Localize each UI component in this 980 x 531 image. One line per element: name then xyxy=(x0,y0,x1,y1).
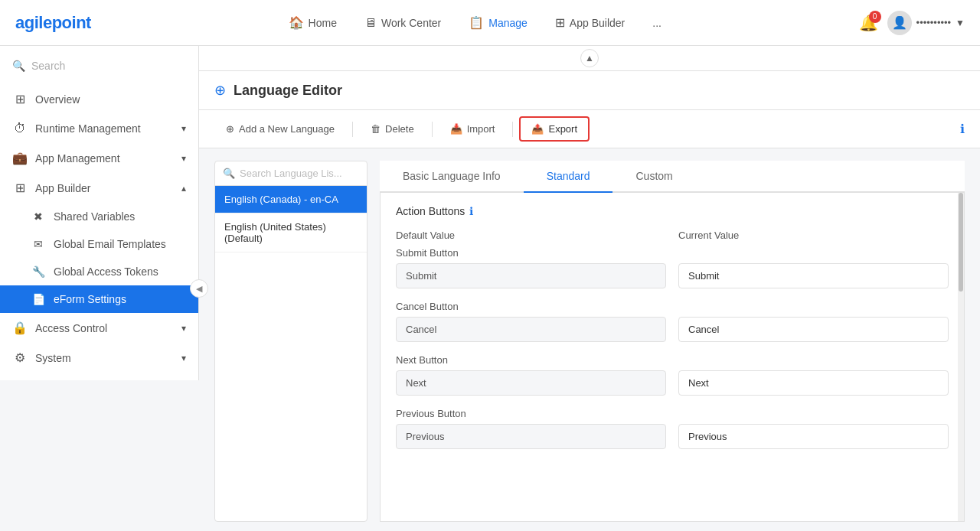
right-panel: Basic Language Info Standard Custom Acti… xyxy=(380,161,965,522)
page-title: Language Editor xyxy=(234,83,342,99)
language-list-panel: 🔍 English (Canada) - en-CA English (Unit… xyxy=(214,161,368,522)
submit-current-input[interactable] xyxy=(678,263,949,288)
sidebar-item-accesscontrol[interactable]: 🔒 Access Control ▾ xyxy=(0,313,198,343)
add-language-button[interactable]: ⊕ Add a New Language xyxy=(214,117,346,141)
column-headers: Default Value Current Value xyxy=(396,230,949,241)
tab-custom[interactable]: Custom xyxy=(612,161,695,193)
workcenter-icon: 🖥 xyxy=(364,16,377,30)
sidebar-search: 🔍 xyxy=(0,54,198,78)
language-search-input[interactable] xyxy=(240,168,359,179)
topnav-center: 🏠 Home 🖥 Work Center 📋 Manage ⊞ App Buil… xyxy=(278,9,672,36)
submit-default-input xyxy=(396,263,666,288)
nav-workcenter[interactable]: 🖥 Work Center xyxy=(354,10,452,36)
export-button[interactable]: 📤 Export xyxy=(519,116,590,142)
chevron-right-icon-3: ▾ xyxy=(181,323,186,334)
sidebar-item-emailtemplates[interactable]: ✉ Global Email Templates xyxy=(0,230,198,258)
add-icon: ⊕ xyxy=(226,123,234,135)
page-header-icon: ⊕ xyxy=(214,82,226,99)
field-submit: Submit Button xyxy=(396,247,949,288)
home-icon: 🏠 xyxy=(289,15,304,30)
import-label: Import xyxy=(467,123,495,135)
nav-more-label: ... xyxy=(652,17,662,29)
col-header-default: Default Value xyxy=(396,230,666,241)
language-item-en-ca[interactable]: English (Canada) - en-CA xyxy=(215,186,367,213)
eformsettings-icon: 📄 xyxy=(31,293,46,305)
tab-basic[interactable]: Basic Language Info xyxy=(380,161,524,193)
content-panel: Action Buttons ℹ Default Value Current V… xyxy=(380,193,965,522)
field-previous-label: Previous Button xyxy=(396,408,949,419)
field-previous: Previous Button xyxy=(396,408,949,449)
notification-button[interactable]: 🔔 0 xyxy=(859,14,878,32)
section-info-icon[interactable]: ℹ xyxy=(469,205,473,217)
user-menu[interactable]: 👤 •••••••••• ▼ xyxy=(887,11,965,35)
sidebar-collapse-button[interactable]: ◀ xyxy=(190,279,208,298)
previous-default-input xyxy=(396,424,666,449)
sidebar-item-runtime-label: Runtime Management xyxy=(35,122,174,135)
nav-home[interactable]: 🏠 Home xyxy=(278,9,348,36)
sidebar-item-appmanagement-label: App Management xyxy=(35,152,174,165)
nav-manage-label: Manage xyxy=(488,17,528,29)
sidebar-item-overview[interactable]: ⊞ Overview xyxy=(0,84,198,114)
cancel-current-input[interactable] xyxy=(678,317,949,342)
nav-appbuilder[interactable]: ⊞ App Builder xyxy=(544,9,635,36)
app-body: 🔍 ⊞ Overview ⏱ Runtime Management ▾ 💼 Ap… xyxy=(0,46,980,531)
emailtemplates-icon: ✉ xyxy=(31,238,46,250)
search-input[interactable] xyxy=(31,60,186,72)
chevron-up-icon: ▴ xyxy=(181,183,186,194)
tab-standard[interactable]: Standard xyxy=(524,161,613,193)
logo[interactable]: agilepoint xyxy=(15,13,91,33)
col-header-current: Current Value xyxy=(678,230,949,241)
delete-button[interactable]: 🗑 Delete xyxy=(359,117,426,141)
notification-badge: 0 xyxy=(869,11,881,23)
chevron-right-icon-4: ▾ xyxy=(181,353,186,363)
previous-current-input[interactable] xyxy=(678,424,949,449)
appbuilder-icon: ⊞ xyxy=(12,181,28,195)
import-button[interactable]: 📥 Import xyxy=(439,117,507,141)
info-icon[interactable]: ℹ xyxy=(960,122,965,136)
field-next-row xyxy=(396,370,949,396)
user-name: •••••••••• xyxy=(916,17,952,28)
field-next: Next Button xyxy=(396,354,949,396)
manage-icon: 📋 xyxy=(469,15,484,30)
sidebar-item-eformsettings[interactable]: 📄 eForm Settings xyxy=(0,285,198,313)
field-cancel-row xyxy=(396,317,949,342)
field-next-label: Next Button xyxy=(396,354,949,366)
sidebar-item-appmanagement[interactable]: 💼 App Management ▾ xyxy=(0,143,198,173)
sidebar-item-sharedvars[interactable]: ✖ Shared Variables xyxy=(0,203,198,230)
sidebar-item-system-label: System xyxy=(35,352,174,364)
nav-workcenter-label: Work Center xyxy=(381,17,441,29)
next-default-input xyxy=(396,370,666,396)
field-cancel: Cancel Button xyxy=(396,301,949,342)
next-current-input[interactable] xyxy=(678,370,949,396)
nav-more[interactable]: ... xyxy=(642,11,672,35)
chevron-right-icon-2: ▾ xyxy=(181,153,186,164)
sidebar-item-emailtemplates-label: Global Email Templates xyxy=(54,238,186,250)
sidebar: 🔍 ⊞ Overview ⏱ Runtime Management ▾ 💼 Ap… xyxy=(0,46,199,380)
sidebar-item-appbuilder-label: App Builder xyxy=(35,182,174,194)
runtime-icon: ⏱ xyxy=(12,122,28,135)
nav-manage[interactable]: 📋 Manage xyxy=(458,9,538,36)
language-list: English (Canada) - en-CA English (United… xyxy=(215,186,367,521)
sidebar-item-globaltokens-label: Global Access Tokens xyxy=(54,266,186,278)
accesscontrol-icon: 🔒 xyxy=(12,321,28,335)
export-label: Export xyxy=(548,123,577,135)
field-previous-row xyxy=(396,424,949,449)
scrollbar-thumb[interactable] xyxy=(959,193,963,292)
toolbar-divider-1 xyxy=(352,122,353,137)
sidebar-item-runtime[interactable]: ⏱ Runtime Management ▾ xyxy=(0,114,198,143)
collapse-toggle-button[interactable]: ▲ xyxy=(580,49,599,67)
sidebar-wrapper: 🔍 ⊞ Overview ⏱ Runtime Management ▾ 💼 Ap… xyxy=(0,46,199,531)
topnav: agilepoint 🏠 Home 🖥 Work Center 📋 Manage… xyxy=(0,0,980,46)
sidebar-item-appbuilder[interactable]: ⊞ App Builder ▴ xyxy=(0,173,198,203)
appmanagement-icon: 💼 xyxy=(12,151,28,165)
section-title-text: Action Buttons xyxy=(396,205,465,217)
topnav-right: 🔔 0 👤 •••••••••• ▼ xyxy=(859,11,965,35)
language-item-en-us[interactable]: English (United States) (Default) xyxy=(215,213,367,252)
sidebar-item-globaltokens[interactable]: 🔧 Global Access Tokens xyxy=(0,258,198,285)
sidebar-item-system[interactable]: ⚙ System ▾ xyxy=(0,343,198,373)
chevron-right-icon: ▾ xyxy=(181,123,186,134)
language-search: 🔍 xyxy=(215,161,367,186)
sidebar-item-sharedvars-label: Shared Variables xyxy=(54,210,186,223)
scrollbar-track xyxy=(958,193,964,521)
chevron-down-icon: ▼ xyxy=(956,18,965,28)
